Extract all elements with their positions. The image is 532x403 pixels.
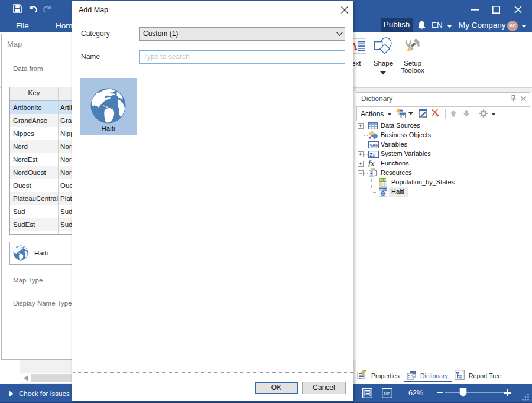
svg-text:Σ#: Σ# <box>369 152 375 158</box>
svg-text:XLS: XLS <box>379 178 386 182</box>
svg-text:100: 100 <box>384 392 391 396</box>
svg-text:VAR: VAR <box>369 142 379 148</box>
svg-text:MAP: MAP <box>379 188 387 191</box>
svg-text:fx: fx <box>368 159 375 167</box>
